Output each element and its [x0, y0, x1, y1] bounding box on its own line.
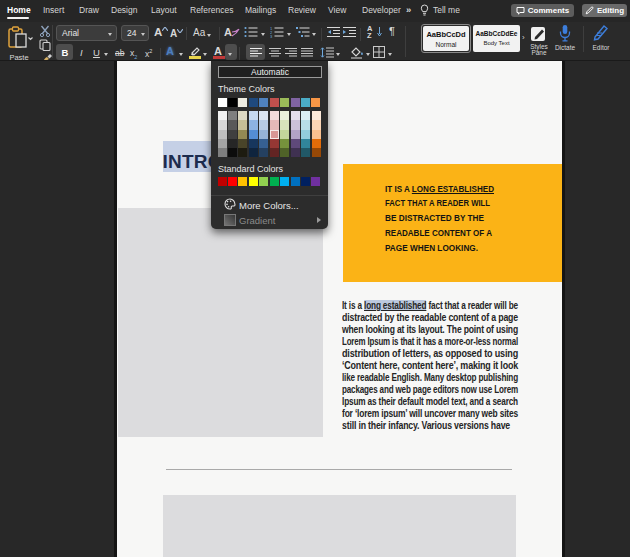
svg-text:3: 3 — [270, 34, 273, 39]
